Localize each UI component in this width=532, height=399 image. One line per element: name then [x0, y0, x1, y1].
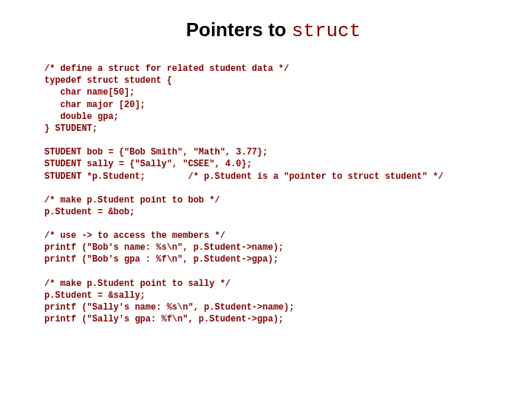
code-block-4: /* use -> to access the members */ print… [44, 230, 502, 266]
title-mono: struct [292, 20, 361, 42]
code-block-5: /* make p.Student point to sally */ p.St… [44, 278, 502, 326]
slide-title: Pointers to struct [44, 18, 502, 42]
code-block-3: /* make p.Student point to bob */ p.Stud… [44, 194, 502, 218]
code-block-1: /* define a struct for related student d… [44, 63, 502, 134]
slide: Pointers to struct /* define a struct fo… [0, 0, 532, 399]
code-block-2: STUDENT bob = {"Bob Smith", "Math", 3.77… [44, 146, 502, 183]
title-prefix: Pointers to [186, 18, 292, 41]
